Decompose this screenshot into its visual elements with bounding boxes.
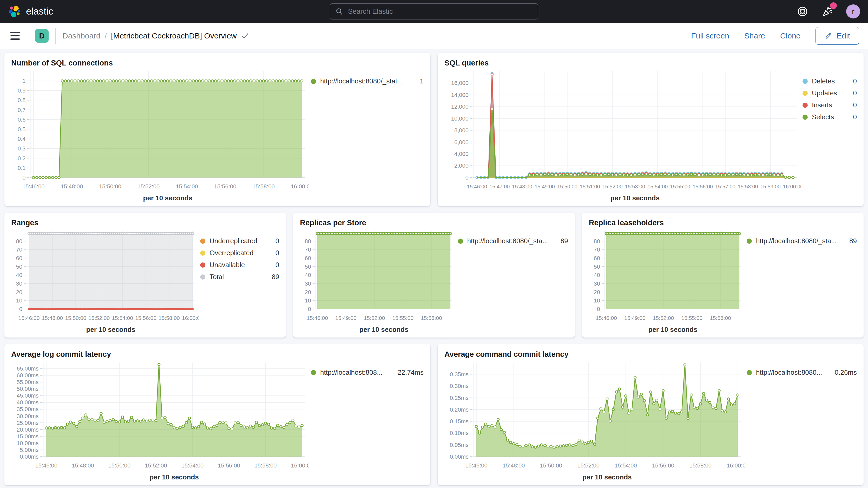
share-button[interactable]: Share [744, 31, 765, 40]
legend-series-label: Overreplicated [210, 249, 271, 257]
legend-series-label: http://localhost:8080/_stat... [320, 77, 416, 85]
svg-text:15:50:00: 15:50:00 [65, 315, 86, 321]
legend-item[interactable]: http://localhost:8080/_sta...89 [747, 236, 857, 246]
legend-series-value: 0 [853, 89, 857, 97]
svg-text:10: 10 [16, 297, 22, 304]
svg-text:10: 10 [305, 297, 311, 304]
legend-series-value: 0 [276, 249, 279, 257]
legend-item[interactable]: http://localhost:8080/_stat...1 [311, 77, 424, 86]
svg-text:25.00ms: 25.00ms [17, 419, 38, 426]
clone-button[interactable]: Clone [780, 31, 800, 40]
legend-series-value: 1 [420, 77, 424, 85]
svg-text:30: 30 [594, 280, 600, 287]
full-screen-button[interactable]: Full screen [691, 31, 729, 40]
legend-item[interactable]: Selects0 [803, 112, 857, 122]
legend-series-label: Updates [812, 89, 849, 97]
panel-title[interactable]: Number of SQL connections [11, 58, 424, 67]
svg-text:15:46:00: 15:46:00 [596, 315, 617, 321]
svg-text:15:46:00: 15:46:00 [35, 462, 57, 469]
legend-series-label: http://localhost:8080/_sta... [756, 237, 845, 245]
edit-button[interactable]: Edit [815, 27, 859, 45]
svg-text:0: 0 [597, 306, 600, 312]
svg-text:15:50:00: 15:50:00 [557, 184, 578, 189]
legend-item[interactable]: Unavailable0 [200, 260, 279, 270]
legend-item[interactable]: Overreplicated0 [200, 248, 279, 258]
legend-series-value: 0.26ms [835, 368, 857, 376]
search-input[interactable] [347, 7, 532, 16]
panel-title[interactable]: Average log commit latency [11, 350, 424, 359]
menu-icon[interactable] [9, 30, 21, 41]
legend-series-dot [803, 79, 808, 84]
svg-text:15:58:00: 15:58:00 [158, 315, 180, 321]
svg-text:15:52:00: 15:52:00 [364, 315, 385, 321]
elastic-logo[interactable]: elastic [8, 5, 53, 18]
svg-text:70: 70 [594, 246, 600, 253]
svg-text:0.30ms: 0.30ms [450, 383, 469, 389]
svg-text:15:56:00: 15:56:00 [218, 462, 240, 469]
svg-text:15:50:00: 15:50:00 [99, 183, 121, 190]
svg-text:15:48:00: 15:48:00 [503, 462, 525, 469]
elastic-logo-icon [8, 5, 21, 18]
svg-text:15:58:00: 15:58:00 [710, 315, 731, 321]
breadcrumb-dashboard-link[interactable]: Dashboard [62, 31, 100, 40]
svg-text:0.20ms: 0.20ms [450, 406, 469, 413]
user-avatar[interactable]: r [846, 4, 860, 19]
svg-text:60: 60 [305, 255, 311, 262]
svg-text:0.9: 0.9 [18, 87, 26, 94]
svg-text:30.00ms: 30.00ms [17, 413, 38, 419]
panel-title[interactable]: Replicas per Store [300, 218, 568, 227]
panel-title[interactable]: Ranges [11, 218, 279, 227]
panel-sql-queries: SQL queries 02,0004,0006,0008,00010,0001… [438, 53, 864, 206]
svg-text:80: 80 [594, 238, 600, 245]
svg-text:15:50:00: 15:50:00 [540, 462, 562, 469]
svg-text:15:52:00: 15:52:00 [137, 183, 160, 190]
legend-item[interactable]: http://localhost:8080/_sta...89 [458, 236, 568, 246]
legend-series-dot [458, 239, 463, 244]
svg-text:15:52:00: 15:52:00 [653, 315, 674, 321]
legend-series-value: 0 [276, 237, 279, 245]
legend-item[interactable]: Updates0 [803, 88, 857, 98]
svg-text:10,000: 10,000 [451, 115, 469, 122]
svg-text:0.25ms: 0.25ms [450, 394, 469, 401]
legend-series-dot [747, 239, 752, 244]
panel-title[interactable]: Replica leaseholders [589, 218, 857, 227]
pencil-icon [825, 32, 832, 40]
legend-series-value: 0 [853, 77, 857, 85]
svg-text:50.00ms: 50.00ms [17, 386, 38, 392]
chart-command-commit-latency: 0.00ms0.05ms0.10ms0.15ms0.20ms0.25ms0.30… [444, 359, 745, 482]
svg-text:per 10 seconds: per 10 seconds [648, 326, 697, 333]
svg-text:15:54:00: 15:54:00 [176, 183, 198, 190]
chart-legend: http://localhost:8080/_sta...89 [456, 227, 568, 334]
legend-item[interactable]: Inserts0 [803, 100, 857, 110]
svg-text:0: 0 [308, 306, 311, 312]
legend-series-value: 89 [849, 237, 857, 245]
legend-item[interactable]: Deletes0 [803, 77, 857, 86]
svg-text:80: 80 [16, 238, 22, 245]
svg-text:15:56:00: 15:56:00 [652, 462, 674, 469]
chart-sql-connections: 00.10.20.30.40.50.60.70.80.9115:46:0015:… [11, 67, 309, 203]
svg-text:15:50:00: 15:50:00 [108, 462, 131, 469]
svg-text:15:57:00: 15:57:00 [715, 184, 736, 189]
legend-series-value: 89 [561, 237, 568, 245]
panel-title[interactable]: SQL queries [444, 58, 857, 67]
saved-check-icon[interactable] [241, 32, 249, 40]
legend-item[interactable]: Underreplicated0 [200, 236, 279, 246]
svg-text:15:56:00: 15:56:00 [692, 184, 713, 189]
svg-text:per 10 seconds: per 10 seconds [360, 326, 408, 333]
chart-log-commit-latency: 0.00ms5.00ms10.00ms15.00ms20.00ms25.00ms… [11, 359, 309, 482]
legend-series-value: 0 [853, 113, 857, 121]
panel-title[interactable]: Average command commit latency [444, 350, 857, 359]
chart-legend: Underreplicated0Overreplicated0Unavailab… [198, 227, 279, 334]
legend-series-label: Selects [812, 113, 849, 121]
legend-item[interactable]: Total89 [200, 272, 279, 282]
legend-item[interactable]: http://localhost:808...22.74ms [311, 368, 424, 377]
help-icon[interactable] [797, 6, 808, 17]
svg-text:15:55:00: 15:55:00 [681, 315, 703, 321]
global-search[interactable] [330, 3, 538, 20]
breadcrumb: Dashboard / [Metricbeat CockroachDB] Ove… [62, 31, 249, 40]
chart-legend: http://localhost:8080/_stat...1 [309, 67, 424, 203]
svg-text:10: 10 [594, 297, 600, 304]
svg-text:40.00ms: 40.00ms [17, 399, 38, 406]
legend-item[interactable]: http://localhost:8080...0.26ms [747, 368, 857, 377]
newsfeed-icon[interactable] [821, 5, 833, 18]
